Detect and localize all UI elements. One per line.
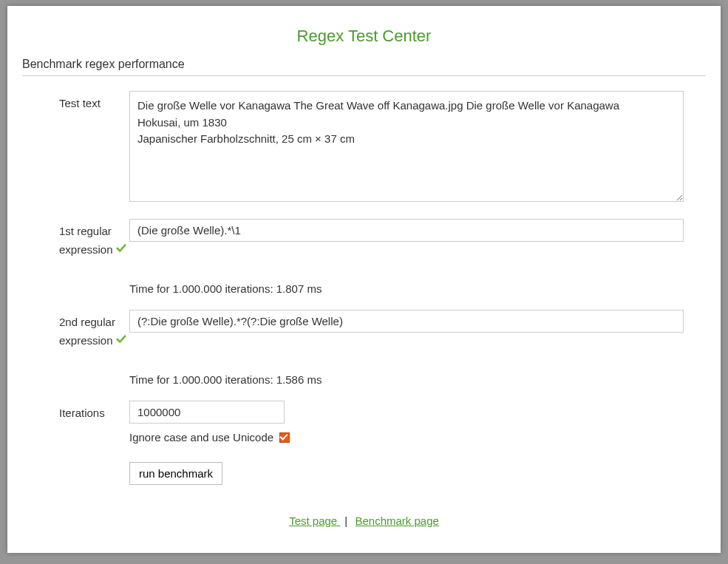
regex1-result: Time for 1.000.000 iterations: 1.807 ms [129,282,684,295]
page-subtitle: Benchmark regex performance [22,58,706,76]
footer-links: Test page | Benchmark page [22,514,706,527]
valid-check-icon [116,243,126,254]
label-test-text: Test text [59,91,129,111]
page-title: Regex Test Center [22,27,706,46]
run-benchmark-button[interactable]: run benchmark [129,462,222,485]
test-page-link[interactable]: Test page [289,514,340,527]
test-text-input[interactable] [129,91,684,202]
row-test-text: Test text [22,91,706,204]
label-iterations: Iterations [59,401,129,421]
valid-check-icon [116,334,126,344]
row-regex1: 1st regular expression Time for 1.000.00… [22,219,706,295]
label-regex2: 2nd regular expression [59,316,115,347]
regex1-input[interactable] [129,219,684,242]
iterations-input[interactable] [129,401,285,424]
ignore-case-row: Ignore case and use Unicode [129,431,684,444]
regex2-result: Time for 1.000.000 iterations: 1.586 ms [129,373,684,386]
ignore-case-checkbox[interactable] [279,432,290,443]
regex2-input[interactable] [129,310,684,333]
row-iterations: Iterations Ignore case and use Unicode r… [22,401,706,485]
benchmark-page-link[interactable]: Benchmark page [355,514,438,527]
footer-separator: | [344,514,347,527]
label-regex1: 1st regular expression [59,225,113,256]
ignore-case-label: Ignore case and use Unicode [129,431,273,444]
main-container: Regex Test Center Benchmark regex perfor… [7,6,721,553]
row-regex2: 2nd regular expression Time for 1.000.00… [22,310,706,386]
